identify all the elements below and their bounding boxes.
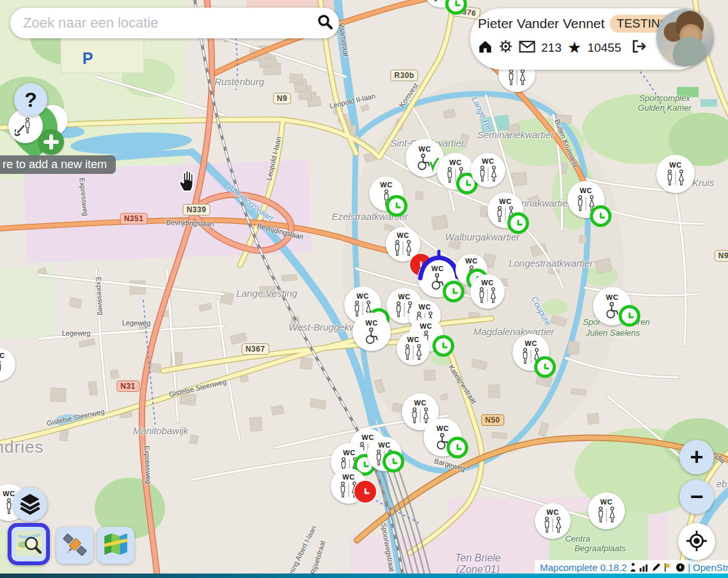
toilet-marker[interactable]: WC bbox=[656, 155, 695, 193]
logout-icon[interactable] bbox=[631, 39, 647, 56]
marker-label: WC bbox=[669, 162, 681, 169]
star-icon: ★ bbox=[567, 40, 582, 56]
opening-hours-badge bbox=[432, 335, 454, 357]
geolocate-icon bbox=[685, 529, 708, 554]
help-button[interactable]: ? bbox=[14, 83, 47, 116]
home-icon[interactable] bbox=[478, 39, 493, 56]
marker-label: WC bbox=[431, 265, 443, 272]
marker-label: WC bbox=[546, 509, 558, 516]
toilet-marker[interactable]: WC bbox=[512, 334, 550, 371]
toilet-marker[interactable]: WC bbox=[331, 468, 367, 504]
marker-label: WC bbox=[356, 293, 368, 300]
marker-label: WC bbox=[436, 425, 448, 432]
opening-hours-badge bbox=[383, 451, 404, 473]
marker-label: WC bbox=[600, 499, 612, 506]
toilet-marker[interactable]: WC bbox=[386, 227, 420, 262]
opening-hours-badge bbox=[507, 212, 529, 234]
folded-map-icon bbox=[102, 531, 130, 561]
statistics-icon bbox=[639, 563, 649, 572]
marker-label: WC bbox=[378, 442, 390, 449]
marker-label: WC bbox=[420, 323, 432, 330]
opening-hours-badge bbox=[447, 437, 468, 458]
add-item-tooltip: re to add a new item bbox=[0, 155, 116, 174]
marker-label: WC bbox=[418, 146, 431, 153]
zoom-out-button[interactable]: − bbox=[679, 480, 714, 514]
toilet-marker[interactable]: WC bbox=[369, 176, 404, 211]
geolocate-button[interactable] bbox=[678, 523, 715, 560]
attribution-bar: Mapcomplete 0.18.2 | OpenStreetMap bbox=[535, 560, 728, 574]
toilet-marker[interactable]: WC bbox=[418, 258, 457, 297]
toilet-marker[interactable]: WC bbox=[437, 153, 474, 190]
osm-map-icon bbox=[15, 529, 43, 559]
search-bar[interactable] bbox=[10, 8, 339, 38]
marker-label: WC bbox=[343, 449, 355, 457]
opening-hours-badge bbox=[354, 481, 376, 503]
background-osm-button[interactable] bbox=[8, 523, 50, 565]
toilet-repair-icon bbox=[15, 115, 36, 137]
layers-icon bbox=[17, 490, 43, 519]
marker-label: WC bbox=[414, 400, 426, 407]
opening-hours-badge bbox=[443, 281, 464, 302]
opening-hours-badge bbox=[619, 305, 640, 327]
toilet-marker[interactable]: WC bbox=[588, 492, 625, 529]
mapcomplete-version-link[interactable]: Mapcomplete 0.18.2 bbox=[540, 562, 627, 573]
marker-label: WC bbox=[499, 198, 511, 205]
avatar[interactable] bbox=[656, 9, 714, 66]
search-button[interactable] bbox=[311, 9, 339, 37]
community-icon bbox=[676, 563, 685, 572]
surveyor-flag-icon bbox=[663, 563, 673, 572]
background-map-button[interactable] bbox=[97, 527, 134, 564]
user-name-row: Pieter Vander Vennet TESTING bbox=[478, 15, 676, 33]
marker-label: WC bbox=[580, 187, 592, 194]
changeset-count: 10455 bbox=[587, 41, 621, 55]
attribution-separator: | bbox=[688, 562, 690, 573]
opening-hours-badge bbox=[386, 195, 408, 217]
marker-label: WC bbox=[380, 182, 392, 189]
marker-label: WC bbox=[3, 490, 15, 497]
marker-label: WC bbox=[525, 340, 537, 347]
plus-icon bbox=[38, 129, 64, 155]
marker-label: WC bbox=[482, 158, 494, 165]
contributor-icon bbox=[629, 563, 637, 572]
marker-label: WC bbox=[365, 320, 377, 327]
marker-label: WC bbox=[361, 434, 374, 441]
marker-label: WC bbox=[418, 304, 431, 311]
toilet-marker[interactable]: WC bbox=[367, 437, 402, 471]
toilet-marker[interactable]: WC bbox=[471, 153, 505, 187]
marker-label: WC bbox=[449, 159, 461, 166]
marker-label: WC bbox=[606, 294, 618, 301]
search-icon bbox=[315, 13, 335, 34]
marker-label: WC bbox=[397, 232, 409, 239]
zoom-in-button[interactable]: + bbox=[679, 440, 714, 474]
marker-label: WC bbox=[398, 293, 410, 301]
help-label: ? bbox=[24, 88, 37, 112]
marker-label: WC bbox=[481, 279, 493, 286]
satellite-icon bbox=[61, 531, 89, 561]
toilet-marker[interactable]: WC bbox=[470, 274, 505, 309]
hand-cursor-icon bbox=[177, 169, 200, 196]
marker-label: WC bbox=[465, 258, 477, 265]
osm-link[interactable]: OpenStreetMap bbox=[693, 562, 728, 573]
marker-label: WC bbox=[342, 474, 354, 481]
background-satellite-button[interactable] bbox=[56, 527, 93, 564]
toilet-marker[interactable]: WC bbox=[487, 192, 523, 228]
toilet-marker[interactable]: WC bbox=[352, 313, 391, 351]
pencil-icon bbox=[651, 563, 661, 572]
layers-button[interactable] bbox=[13, 487, 47, 522]
user-name: Pieter Vander Vennet bbox=[478, 16, 605, 31]
opening-hours-badge bbox=[590, 205, 612, 227]
brand-progress-bar bbox=[0, 574, 728, 578]
messages-icon[interactable] bbox=[519, 40, 535, 56]
toilet-marker[interactable]: WC bbox=[423, 418, 462, 457]
toilet-marker[interactable]: WC bbox=[535, 503, 571, 539]
toilet-marker[interactable]: WC bbox=[567, 181, 605, 218]
opening-hours-badge bbox=[534, 356, 556, 378]
search-input[interactable] bbox=[22, 14, 311, 32]
marker-label: WC bbox=[407, 336, 419, 343]
map-canvas[interactable]: Brugge- Sint-PietersRustenburgSint-Gilli… bbox=[0, 0, 728, 578]
marker-label: WC bbox=[0, 352, 5, 359]
toilet-marker[interactable]: WC bbox=[397, 332, 430, 365]
messages-count: 213 bbox=[541, 41, 562, 55]
toilet-marker[interactable]: WC bbox=[593, 287, 631, 325]
gear-icon[interactable] bbox=[498, 39, 513, 56]
